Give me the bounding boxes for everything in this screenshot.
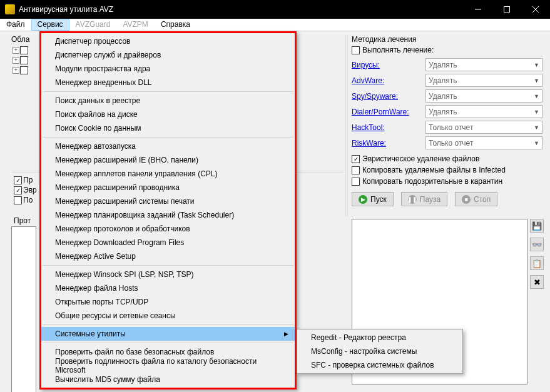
menu-item[interactable]: Проверить подлинность файла по каталогу … (41, 359, 295, 373)
category-link[interactable]: RiskWare: (352, 139, 425, 148)
menu-item[interactable]: Диспетчер служб и драйверов (41, 48, 295, 62)
chk-label: По (23, 196, 33, 204)
heal-label: Выполнять лечение: (362, 46, 434, 54)
select-value: Только отчет (429, 139, 473, 148)
menu-item[interactable]: Менеджер расширений системы печати (41, 194, 295, 208)
stop-button[interactable]: ■Стоп (455, 192, 497, 206)
stop-icon: ■ (462, 195, 471, 204)
group-title: Методика лечения (352, 35, 542, 44)
maximize-button[interactable] (492, 0, 521, 19)
tree-expand-icon[interactable]: + (13, 67, 19, 74)
pause-icon: ❚❚ (408, 195, 417, 204)
menu-item[interactable]: Менеджер расширений IE (BHO, панели) (41, 153, 295, 167)
select-value: Удалять (429, 108, 457, 116)
submenu-item[interactable]: SFC - проверка системных файлов (297, 358, 462, 372)
window-title: Антивирусная утилита AVZ (19, 5, 464, 14)
submenu-item[interactable]: Regedit - Редактор реестра (297, 331, 462, 344)
menu-file[interactable]: Файл (0, 19, 31, 31)
tree-checkbox[interactable] (20, 46, 28, 54)
category-select[interactable]: Удалять▼ (425, 74, 542, 87)
close-button[interactable] (521, 0, 550, 19)
menu-item-system-utils[interactable]: Системные утилиты▶ (41, 327, 295, 341)
copy-quarantine-checkbox[interactable] (352, 178, 360, 186)
vertical-splitter[interactable] (345, 35, 348, 216)
pause-button[interactable]: ❚❚Пауза (401, 192, 447, 206)
select-value: Удалять (429, 61, 457, 69)
play-icon: ▶ (359, 195, 367, 204)
menubar: Файл Сервис AVZGuard AVZPM Справка (0, 19, 550, 31)
menu-item[interactable]: Менеджер расширений проводника (41, 181, 295, 194)
menu-avzpm[interactable]: AVZPM (116, 19, 154, 31)
tree-expand-icon[interactable]: + (13, 57, 19, 64)
checkbox[interactable] (14, 196, 22, 204)
clipboard-icon[interactable]: 📋 (530, 256, 544, 270)
copy-infected-checkbox[interactable] (352, 166, 360, 174)
menu-item[interactable]: Менеджер внедренных DLL (41, 76, 295, 89)
menu-service[interactable]: Сервис (31, 19, 69, 31)
submenu-item[interactable]: MsConfig - настройка системы (297, 344, 462, 358)
left-check-group: ✓Пр ✓Эвр По (14, 175, 37, 205)
copy-infected-label: Копировать удаляемые файлы в Infected (362, 166, 506, 174)
menu-item[interactable]: Общие ресурсы и сетевые сеансы (41, 309, 295, 323)
save-icon[interactable]: 💾 (530, 219, 544, 233)
category-select[interactable]: Удалять▼ (425, 58, 542, 71)
menu-item[interactable]: Поиск данных в реестре (41, 94, 295, 108)
menu-item[interactable]: Менеджер Winsock SPI (LSP, NSP, TSP) (41, 268, 295, 281)
menu-item[interactable]: Менеджер Downloaded Program Files (41, 236, 295, 249)
menu-item[interactable]: Менеджер автозапуска (41, 139, 295, 153)
clear-icon[interactable]: ✖ (530, 275, 544, 289)
category-link[interactable]: HackTool: (352, 123, 425, 132)
menu-separator (43, 324, 293, 325)
chevron-down-icon: ▼ (534, 62, 539, 68)
service-dropdown: Диспетчер процессовДиспетчер служб и дра… (39, 31, 297, 389)
checkbox[interactable]: ✓ (14, 176, 22, 184)
menu-item[interactable]: Поиск файлов на диске (41, 108, 295, 121)
titlebar: Антивирусная утилита AVZ (0, 0, 550, 19)
chevron-down-icon: ▼ (534, 140, 539, 146)
menu-item[interactable]: Поиск Cookie по данным (41, 121, 295, 135)
glasses-icon[interactable]: 👓 (530, 238, 544, 251)
chevron-right-icon: ▶ (284, 331, 288, 337)
chevron-down-icon: ▼ (534, 124, 539, 131)
category-link[interactable]: AdvWare: (352, 76, 425, 85)
checkbox[interactable]: ✓ (14, 186, 22, 194)
category-select[interactable]: Только отчет▼ (425, 136, 542, 149)
menu-item[interactable]: Менеджер протоколов и обработчиков (41, 222, 295, 236)
heur-checkbox[interactable]: ✓ (352, 155, 360, 163)
heur-label: Эвристическое удаление файлов (362, 154, 479, 163)
tree-checkbox[interactable] (20, 66, 28, 74)
tree-expand-icon[interactable]: + (13, 47, 19, 54)
menu-item[interactable]: Диспетчер процессов (41, 34, 295, 48)
tree-checkbox[interactable] (20, 56, 28, 64)
menu-separator (43, 265, 293, 266)
select-value: Только отчет (429, 123, 473, 132)
start-label: Пуск (370, 195, 387, 204)
menu-item[interactable]: Открытые порты TCP/UDP (41, 295, 295, 309)
menu-avzguard[interactable]: AVZGuard (69, 19, 117, 31)
category-link[interactable]: Dialer/PornWare: (352, 108, 425, 116)
menu-item[interactable]: Менеджер апплетов панели управления (CPL… (41, 167, 295, 181)
category-link[interactable]: Spy/Spyware: (352, 92, 425, 101)
minimize-button[interactable] (464, 0, 492, 19)
menu-item[interactable]: Вычислить MD5 сумму файла (41, 373, 295, 386)
menu-help[interactable]: Справка (155, 19, 196, 31)
select-value: Удалять (429, 92, 457, 101)
chevron-down-icon: ▼ (534, 78, 539, 84)
stop-label: Стоп (474, 195, 491, 204)
tree-area: + + + (11, 44, 43, 81)
menu-item[interactable]: Менеджер файла Hosts (41, 281, 295, 295)
svg-rect-0 (504, 7, 510, 13)
protocol-box[interactable] (11, 226, 36, 392)
category-select[interactable]: Только отчет▼ (425, 121, 542, 134)
category-select[interactable]: Удалять▼ (425, 105, 542, 118)
menu-separator (43, 343, 293, 343)
menu-item[interactable]: Менеджер Active Setup (41, 249, 295, 263)
menu-item[interactable]: Модули пространства ядра (41, 62, 295, 76)
menu-item[interactable]: Менеджер планировщика заданий (Task Sche… (41, 208, 295, 222)
menu-item-label: Системные утилиты (55, 329, 126, 338)
category-link[interactable]: Вирусы: (352, 61, 425, 69)
menu-separator (43, 137, 293, 138)
heal-checkbox[interactable] (352, 46, 360, 54)
category-select[interactable]: Удалять▼ (425, 89, 542, 103)
start-button[interactable]: ▶Пуск (352, 192, 394, 206)
